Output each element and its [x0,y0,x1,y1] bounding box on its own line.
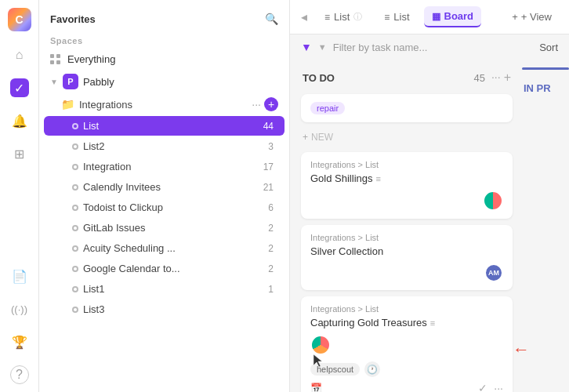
everything-row[interactable]: Everything [39,49,289,70]
integrations-row[interactable]: 📁 Integrations ··· + [39,93,289,115]
workspace-row[interactable]: ▼ P Pabbly [39,70,289,93]
board-area: TO DO 45 ··· + repair + NEW Integrat [290,60,569,392]
new-task-btn[interactable]: + NEW [301,129,513,146]
list-item-dot [72,266,78,272]
inpr-header: IN PR [522,79,569,97]
list-item-count: 21 [263,182,274,193]
list-item-todoist-to-clickup[interactable]: Todoist to Clickup 6 [44,198,284,217]
capturing-title: Capturing Gold Treasures ≡ [310,317,503,328]
collapse-icon[interactable]: ◂ [301,9,307,24]
list-item-integration[interactable]: Integration 17 [44,157,284,176]
card-capturing-wrapper: Integrations > List Capturing Gold Treas… [301,296,513,392]
list-item-count: 2 [268,263,274,274]
filter-input[interactable]: Filter by task name... [333,42,533,53]
capturing-actions: 📅 ✓ ··· [310,382,503,392]
gold-avatars [483,191,503,211]
view-btn-label: + View [521,11,552,23]
list-item-list1[interactable]: List1 1 [44,279,284,299]
dash-icon[interactable]: ⊞ [10,144,29,163]
board-icon: ▦ [432,11,440,22]
capturing-equals-icon: ≡ [430,318,435,328]
list-item-name: List1 [83,283,263,295]
check-icon[interactable]: ✓ [10,78,29,97]
card-capturing: Integrations > List Capturing Gold Treas… [301,296,513,392]
bell-icon[interactable]: 🔔 [10,111,29,130]
list-item-google-calendar-to...[interactable]: Google Calendar to... 2 [44,259,284,278]
list-item-dot [72,245,78,252]
home-icon[interactable]: ⌂ [10,45,29,64]
tab-board[interactable]: ▦ Board [424,6,482,27]
list-item-count: 44 [263,121,274,132]
workspace-name: Pabbly [83,76,114,88]
view-btn[interactable]: + + View [506,7,558,27]
silver-title: Silver Collection [310,245,503,257]
board-tab-label: Board [444,10,474,22]
new-task-plus: + [303,132,308,143]
list-item-count: 2 [268,243,274,254]
repair-tag[interactable]: repair [310,102,345,114]
capturing-tags: helpscout 🕐 [310,361,503,377]
list-tab-label: List [334,11,350,23]
list-item-dot [72,286,78,292]
list-item-count: 6 [268,202,274,213]
list-item-dot [72,123,78,129]
wifi-icon[interactable]: ((·)) [10,299,29,318]
list-item-list3[interactable]: List3 [44,299,284,319]
topbar: ◂ ≡ List ⓘ ≡ List ▦ Board + + View [290,0,569,34]
integrations-plus-btn[interactable]: + [264,97,278,111]
list-item-dot [72,184,78,191]
sort-btn[interactable]: Sort [539,42,558,53]
list-item-name: GitLab Issues [83,222,263,234]
gold-title: Gold Shillings ≡ [310,172,503,184]
sidebar-search-icon[interactable]: 🔍 [265,13,278,25]
trophy-icon[interactable]: 🏆 [10,332,29,351]
capturing-clock-btn[interactable]: 🕐 [364,361,380,377]
list-item-name: Integration [83,161,259,172]
help-icon[interactable]: ? [10,365,29,384]
inpr-column: IN PR [522,67,569,384]
gold-equals-icon: ≡ [376,174,381,183]
list-item-count: 2 [268,223,274,234]
sidebar-header: Favorites 🔍 [39,0,289,31]
icon-bar: C ⌂ ✓ 🔔 ⊞ 📄 ((·)) 🏆 ? [0,0,39,392]
list-item-list2[interactable]: List2 3 [44,136,284,156]
list-alt-icon: ≡ [384,12,390,23]
arrow-indicator: ← [513,339,530,360]
list-item-name: Acuity Scheduling ... [83,242,263,254]
capturing-footer [310,335,503,355]
list-item-count: 17 [263,162,274,172]
todo-more-btn[interactable]: ··· [491,71,501,85]
capturing-breadcrumb: Integrations > List [310,304,503,314]
gold-footer [310,191,503,211]
silver-avatar: AM [484,263,503,282]
card-repair: repair [301,94,513,122]
capturing-check-icon[interactable]: ✓ [478,382,487,392]
integrations-more-icon[interactable]: ··· [252,98,261,111]
filter-dropdown-arrow[interactable]: ▼ [318,42,327,52]
info-icon[interactable]: ⓘ [353,11,362,23]
list-item-acuity-scheduling-...[interactable]: Acuity Scheduling ... 2 [44,238,284,258]
tab-list[interactable]: ≡ List ⓘ [317,7,370,27]
spaces-section: Spaces Everything ▼ P Pabbly 📁 Integrati… [39,31,289,323]
new-task-label: NEW [311,132,333,143]
list-item-calendly-invitees[interactable]: Calendly Invitees 21 [44,177,284,197]
list-item-name: List3 [83,303,269,315]
app-logo[interactable]: C [8,8,31,31]
list-item-name: Calendly Invitees [83,181,259,193]
list-item-list[interactable]: List 44 [44,116,284,136]
doc-icon[interactable]: 📄 [10,267,29,285]
filter-bar: ▼ ▼ Filter by task name... Sort [290,34,569,60]
list-item-dot [72,143,78,150]
list-item-gitlab-issues[interactable]: GitLab Issues 2 [44,218,284,238]
list-item-name: Todoist to Clickup [83,201,263,213]
spaces-label: Spaces [39,34,289,49]
list-item-count: 3 [268,141,274,152]
view-plus-icon: + [512,11,518,23]
inpr-bar [522,67,569,70]
filter-icon[interactable]: ▼ [301,41,312,53]
list-alt-label: List [393,11,409,23]
capturing-more-icon[interactable]: ··· [494,382,503,392]
list-items-container: List 44 List2 3 Integration 17 Calendly … [39,116,289,319]
tab-list-alt[interactable]: ≡ List [376,7,417,27]
todo-add-btn[interactable]: + [504,71,511,85]
